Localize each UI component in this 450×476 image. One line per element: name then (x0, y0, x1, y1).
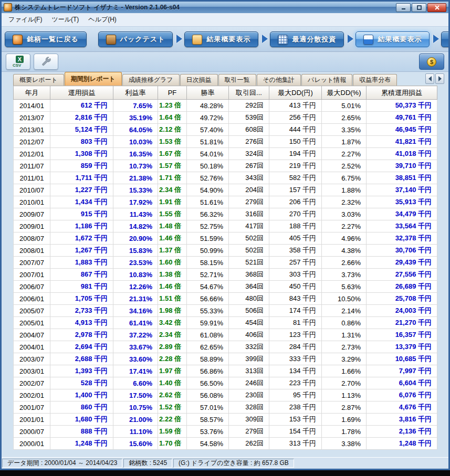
tab-scroll-right-button[interactable] (435, 73, 444, 84)
table-row[interactable]: 2008/011,267 千円15.83%1.37 倍50.99%502回358… (14, 245, 437, 257)
cell-profit: 1,672 千円 (50, 232, 113, 245)
window-controls (396, 3, 446, 12)
cell-pf: 1.67 倍 (158, 148, 187, 160)
cell-profit-rate: 7.65% (113, 100, 158, 112)
cell-profit-rate: 17.50% (113, 389, 158, 401)
nav-button-2[interactable]: 結果概要表示 (184, 31, 258, 47)
tab-item-4[interactable]: 取引一覧 (218, 74, 256, 86)
cell-cumulative-profit: 37,140 千円 (367, 184, 437, 196)
table-row[interactable]: 2001/07860 千円10.75%1.52 倍57.01%328回238 千… (14, 401, 437, 414)
close-button[interactable] (427, 3, 446, 12)
nav-button-0[interactable]: 銘柄一覧に戻る (5, 31, 87, 47)
table-row[interactable]: 2006/07981 千円12.26%1.46 倍54.67%364回450 千… (14, 281, 437, 293)
table-row[interactable]: 2001/011,680 千円21.00%2.22 倍58.57%309回153… (14, 414, 437, 426)
cell-month: 2011/01 (14, 172, 50, 184)
cell-profit: 888 千円 (50, 426, 113, 438)
cell-max-dd-yen: 303 千円 (269, 269, 322, 281)
tab-item-6[interactable]: パレット情報 (301, 74, 352, 86)
column-header-win-rate[interactable]: 勝率 (187, 86, 229, 100)
desktop-background (0, 470, 450, 476)
csv-export-button[interactable]: CSV (6, 54, 30, 70)
table-row[interactable]: 2010/071,227 千円15.33%2.34 倍54.90%204回157… (14, 184, 437, 196)
column-header-profit[interactable]: 運用損益 (50, 86, 113, 100)
menu-item-1[interactable]: ツール(T) (47, 13, 83, 26)
tab-item-3[interactable]: 日次損益 (180, 74, 218, 86)
column-header-cumulative-profit[interactable]: 累積運用損益 (367, 86, 437, 100)
cell-pf: 1.64 倍 (158, 112, 187, 124)
menu-item-2[interactable]: ヘルプ(H) (83, 13, 121, 26)
cell-profit: 1,680 千円 (50, 414, 113, 426)
table-row[interactable]: 2007/01867 千円10.83%1.38 倍52.71%368回303 千… (14, 269, 437, 281)
cell-max-dd-pct: 2.73% (322, 341, 367, 353)
tab-item-0[interactable]: 概要レポート (13, 74, 64, 86)
secondary-toolbar: CSV (2, 52, 448, 72)
tab-item-5[interactable]: その他集計 (257, 74, 301, 86)
cell-profit: 1,393 千円 (50, 365, 113, 377)
table-row[interactable]: 2002/011,400 千円17.50%2.62 倍56.08%230回95 … (14, 389, 437, 401)
funds-button[interactable] (419, 54, 444, 70)
cell-trades: 343回 (229, 172, 269, 184)
table-row[interactable]: 2007/071,883 千円23.53%1.60 倍58.15%521回257… (14, 257, 437, 269)
table-row[interactable]: 2000/07888 千円11.10%1.59 倍53.76%279回154 千… (14, 426, 437, 438)
table-row[interactable]: 2002/07528 千円6.60%1.40 倍56.50%246回223 千円… (14, 377, 437, 389)
column-header-max-dd-pct[interactable]: 最大DD(%) (322, 86, 367, 100)
cell-max-dd-pct: 3.03% (322, 208, 367, 220)
cell-pf: 1.48 倍 (158, 220, 187, 232)
table-row[interactable]: 2014/01612 千円7.65%1.23 倍48.28%292回413 千円… (14, 100, 437, 112)
table-row[interactable]: 2009/011,186 千円14.82%1.48 倍52.75%417回188… (14, 220, 437, 232)
cell-profit-rate: 21.31% (113, 293, 158, 305)
cell-win-rate: 58.15% (187, 257, 229, 269)
cell-profit: 1,227 千円 (50, 184, 113, 196)
table-row[interactable]: 2005/072,733 千円34.16%1.98 倍55.33%506回174… (14, 305, 437, 317)
settings-button[interactable] (34, 54, 58, 70)
table-row[interactable]: 2006/011,705 千円21.31%1.51 倍56.66%480回843… (14, 293, 437, 305)
table-row[interactable]: 2004/072,978 千円37.22%2.34 倍61.08%406回123… (14, 329, 437, 341)
maximize-button[interactable] (412, 3, 426, 12)
tab-scroll-left-button[interactable] (425, 73, 434, 84)
app-icon[interactable] (4, 3, 12, 12)
nav-button-3[interactable]: 最適分散投資 (270, 31, 344, 47)
minimize-button[interactable] (396, 3, 411, 12)
column-header-pf[interactable]: PF (158, 86, 187, 100)
table-row[interactable]: 2012/011,308 千円16.35%1.67 倍54.01%324回194… (14, 148, 437, 160)
column-header-month[interactable]: 年月 (14, 86, 50, 100)
table-row[interactable]: 2003/011,393 千円17.41%1.97 倍56.86%313回134… (14, 365, 437, 377)
cell-win-rate: 54.90% (187, 184, 229, 196)
menu-item-0[interactable]: ファイル(F) (4, 13, 47, 26)
cell-trades: 279回 (229, 426, 269, 438)
tab-item-2[interactable]: 成績推移グラフ (122, 74, 180, 86)
table-row[interactable]: 2005/014,913 千円61.41%3.42 倍59.91%454回81 … (14, 317, 437, 329)
cell-cumulative-profit: 1,248 千円 (367, 438, 437, 450)
nav-button-1[interactable]: バックテスト (98, 31, 173, 47)
column-header-max-dd-yen[interactable]: 最大DD(円) (269, 86, 322, 100)
table-row[interactable]: 2010/011,434 千円17.92%1.91 倍51.61%279回206… (14, 196, 437, 208)
cell-trades: 204回 (229, 184, 269, 196)
cell-max-dd-pct: 3.38% (322, 438, 367, 450)
tab-item-1[interactable]: 期間別レポート (65, 72, 122, 86)
grid-icon (278, 35, 288, 45)
tab-item-7[interactable]: 収益率分布 (353, 74, 397, 86)
cell-pf: 1.37 倍 (158, 245, 187, 257)
table-row[interactable]: 2008/071,672 千円20.90%1.46 倍51.59%502回405… (14, 232, 437, 245)
table-row[interactable]: 2011/07859 千円10.73%1.57 倍50.18%267回219 千… (14, 160, 437, 172)
cell-max-dd-yen: 123 千円 (269, 329, 322, 341)
cell-profit-rate: 61.41% (113, 317, 158, 329)
table-row[interactable]: 2013/072,816 千円35.19%1.64 倍49.72%539回256… (14, 112, 437, 124)
cell-max-dd-yen: 157 千円 (269, 184, 322, 196)
column-header-trades[interactable]: 取引回... (229, 86, 269, 100)
table-row[interactable]: 2004/012,694 千円33.67%2.89 倍62.65%332回284… (14, 341, 437, 353)
table-row[interactable]: 2012/07803 千円10.03%1.53 倍51.81%276回150 千… (14, 136, 437, 148)
table-row[interactable]: 2009/07915 千円11.43%1.55 倍56.32%316回270 千… (14, 208, 437, 220)
cell-cumulative-profit: 16,357 千円 (367, 329, 437, 341)
column-header-profit-rate[interactable]: 利益率 (113, 86, 158, 100)
table-row[interactable]: 2013/015,124 千円64.05%2.12 倍57.40%608回444… (14, 124, 437, 136)
cell-profit: 860 千円 (50, 401, 113, 414)
cell-cumulative-profit: 32,378 千円 (367, 232, 437, 245)
nav-button-4[interactable]: 結果概要表示 (355, 31, 430, 47)
nav-button-5[interactable]: 検 (441, 31, 448, 47)
table-row[interactable]: 2011/011,711 千円21.38%1.71 倍52.76%343回582… (14, 172, 437, 184)
table-row[interactable]: 2000/011,248 千円15.60%1.70 倍54.58%262回313… (14, 438, 437, 450)
table-row[interactable]: 2003/072,688 千円33.60%2.28 倍58.89%399回333… (14, 353, 437, 365)
cell-trades: 332回 (229, 341, 269, 353)
status-data-period: データ期間 : 2000/01/04 ～ 2014/04/23 (2, 459, 122, 468)
